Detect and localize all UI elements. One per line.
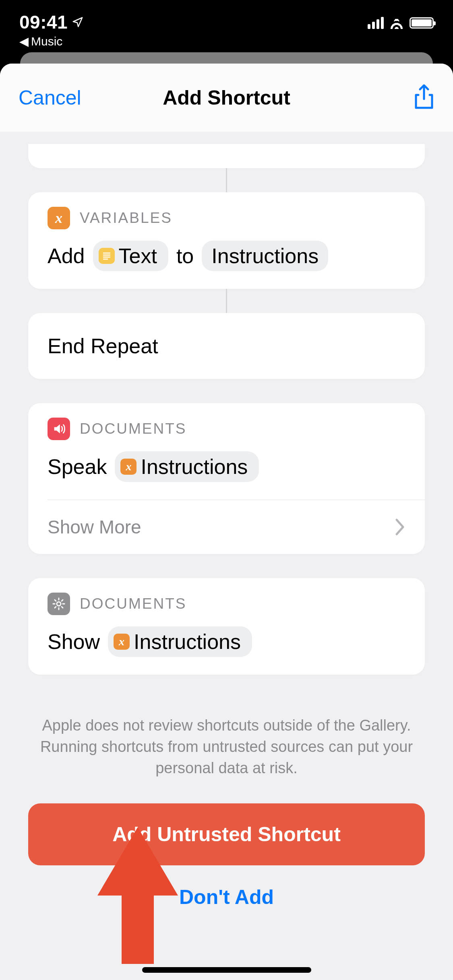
chevron-right-icon bbox=[394, 518, 405, 536]
share-button[interactable] bbox=[414, 84, 434, 111]
svg-point-0 bbox=[57, 602, 61, 606]
back-caret-icon: ◀ bbox=[19, 35, 29, 47]
variable-icon: x bbox=[120, 459, 137, 475]
gear-icon bbox=[48, 593, 70, 615]
action-card-end-repeat[interactable]: End Repeat bbox=[28, 313, 425, 379]
token-instructions[interactable]: Instructions bbox=[202, 241, 328, 271]
verb: Speak bbox=[48, 455, 107, 479]
token-label: Instructions bbox=[134, 630, 241, 654]
action-card-add-variable[interactable]: x VARIABLES Add Text to Instructions bbox=[28, 192, 425, 289]
verb: Show bbox=[48, 630, 100, 654]
connector-line bbox=[226, 168, 227, 192]
wifi-icon bbox=[389, 17, 405, 29]
cellular-icon bbox=[368, 17, 384, 29]
home-indicator bbox=[142, 967, 311, 973]
section-label: DOCUMENTS bbox=[80, 420, 186, 437]
token-label: Instructions bbox=[141, 455, 248, 479]
section-label: DOCUMENTS bbox=[80, 595, 186, 612]
variables-icon: x bbox=[48, 207, 70, 229]
section-label: VARIABLES bbox=[80, 210, 172, 226]
variable-icon: x bbox=[114, 634, 130, 650]
token-instructions[interactable]: x Instructions bbox=[115, 451, 259, 482]
text-icon bbox=[99, 248, 115, 264]
action-card-speak[interactable]: DOCUMENTS Speak x Instructions Show More bbox=[28, 403, 425, 554]
back-to-app[interactable]: ◀ Music bbox=[19, 35, 84, 48]
token-label: Text bbox=[119, 244, 157, 268]
add-untrusted-shortcut-button[interactable]: Add Untrusted Shortcut bbox=[28, 803, 425, 865]
untrusted-warning-text: Apple does not review shortcuts outside … bbox=[28, 675, 425, 803]
previous-action-card bbox=[28, 144, 425, 168]
dont-add-button[interactable]: Don't Add bbox=[28, 865, 425, 929]
location-icon bbox=[72, 16, 84, 28]
show-more-button[interactable]: Show More bbox=[28, 500, 425, 554]
token-label: Instructions bbox=[211, 244, 319, 268]
action-card-show[interactable]: DOCUMENTS Show x Instructions bbox=[28, 578, 425, 675]
sheet: Cancel Add Shortcut x VARIABLES Add bbox=[0, 64, 453, 980]
status-bar: 09:41 ◀ Music bbox=[0, 0, 453, 52]
status-time: 09:41 bbox=[19, 11, 68, 33]
show-more-label: Show More bbox=[48, 516, 141, 538]
connector-line bbox=[226, 289, 227, 313]
joiner: to bbox=[176, 244, 194, 268]
cancel-button[interactable]: Cancel bbox=[19, 86, 81, 109]
speaker-icon bbox=[48, 418, 70, 440]
navbar: Cancel Add Shortcut bbox=[0, 64, 453, 132]
token-instructions[interactable]: x Instructions bbox=[108, 626, 252, 657]
token-text[interactable]: Text bbox=[93, 241, 168, 271]
share-icon bbox=[414, 84, 434, 109]
end-repeat-label: End Repeat bbox=[48, 334, 158, 358]
battery-icon bbox=[410, 17, 434, 29]
verb: Add bbox=[48, 244, 85, 268]
back-app-label: Music bbox=[31, 35, 62, 48]
